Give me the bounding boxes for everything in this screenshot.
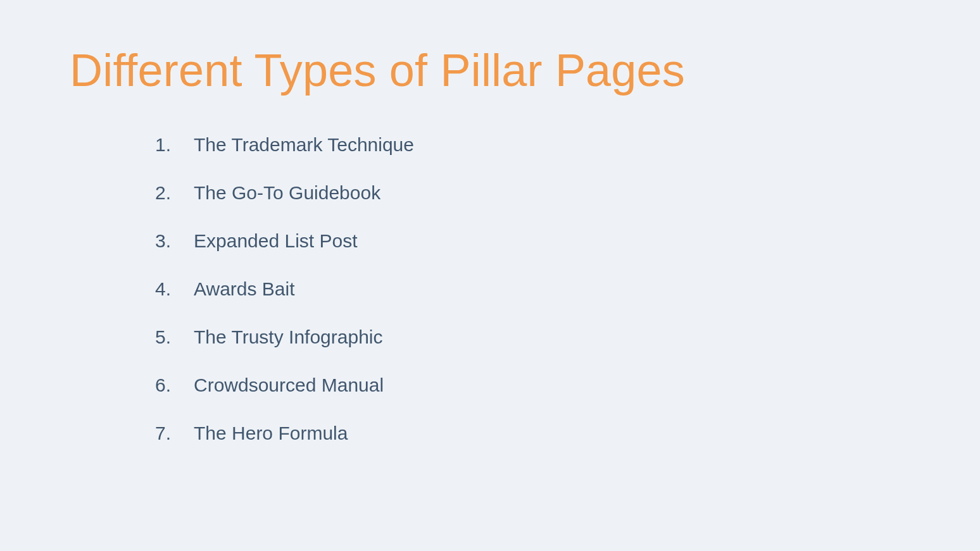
list-item: 5. The Trusty Infographic [133,326,910,348]
list-number: 7. [133,423,171,444]
ordered-list: 1. The Trademark Technique 2. The Go-To … [133,134,910,444]
slide-title: Different Types of Pillar Pages [70,44,910,96]
list-item: 3. Expanded List Post [133,230,910,252]
list-item-text: The Go-To Guidebook [194,182,380,204]
list-item: 6. Crowdsourced Manual [133,375,910,396]
list-item: 7. The Hero Formula [133,423,910,444]
list-item-text: Crowdsourced Manual [194,375,384,396]
slide: Different Types of Pillar Pages 1. The T… [0,0,980,551]
list-number: 1. [133,134,171,156]
list-item: 1. The Trademark Technique [133,134,910,156]
list-number: 4. [133,278,171,300]
list-item-text: Expanded List Post [194,230,358,252]
list-number: 2. [133,182,171,204]
list-item: 4. Awards Bait [133,278,910,300]
list-number: 5. [133,326,171,348]
list-number: 6. [133,375,171,396]
list-item: 2. The Go-To Guidebook [133,182,910,204]
list-item-text: The Trusty Infographic [194,326,382,348]
list-number: 3. [133,230,171,252]
list-item-text: Awards Bait [194,278,295,300]
list-item-text: The Trademark Technique [194,134,414,156]
list-item-text: The Hero Formula [194,423,348,444]
